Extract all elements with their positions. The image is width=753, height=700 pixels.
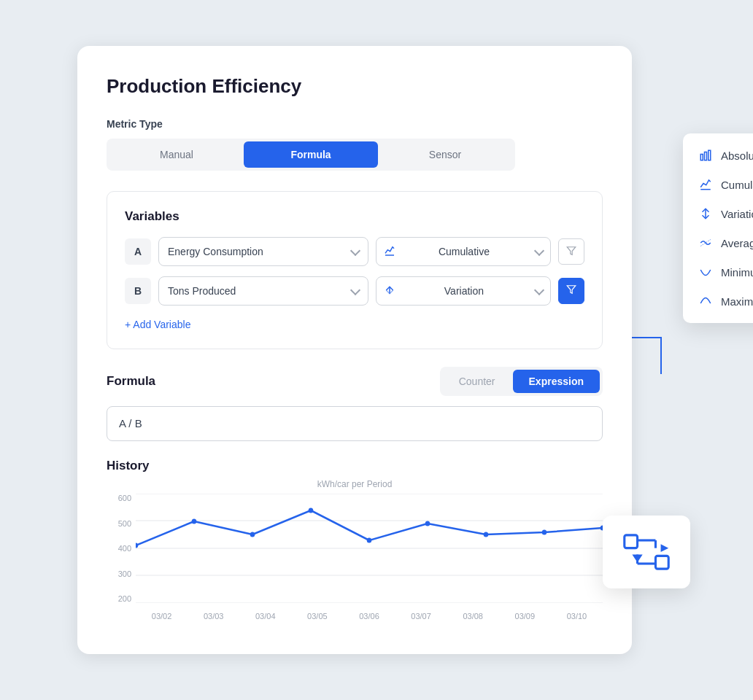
formula-toggle: Counter Expression [440,367,603,396]
maximum-icon [698,295,714,308]
variable-type-select-a[interactable]: Cumulative [376,237,551,266]
page-title: Production Efficiency [107,75,603,98]
svg-point-13 [367,538,372,543]
line-chart-svg [136,494,603,603]
svg-marker-31 [661,544,669,552]
metric-sensor-btn[interactable]: Sensor [378,141,512,168]
x-label-0303: 03/03 [188,612,239,621]
chart-area [136,494,603,603]
formula-title: Formula [107,374,155,389]
filter-btn-b[interactable] [558,278,584,304]
metric-manual-btn[interactable]: Manual [109,141,244,168]
flow-icon-card [603,516,690,588]
y-label-300: 300 [118,569,131,578]
filter-icon-a [566,246,576,258]
variation-icon [384,284,395,298]
filter-icon-b [566,284,576,298]
variable-row-b: B Tons Produced Variation [125,276,584,306]
svg-rect-25 [655,556,668,569]
formula-counter-btn[interactable]: Counter [443,370,511,393]
average-icon [698,236,714,249]
history-section: History kWh/car per Period 600 500 400 3… [107,459,603,625]
main-card: Production Efficiency Metric Type Manual… [77,46,632,654]
chevron-down-icon [534,246,544,256]
dropdown-absolute-label: Absolute [721,149,753,162]
history-title: History [107,459,603,473]
x-label-0309: 03/09 [499,612,551,621]
x-label-0305: 03/05 [291,612,343,621]
svg-point-12 [309,508,314,513]
dropdown-card: Absolute Cumulative Variation [683,133,753,323]
y-label-200: 200 [118,594,131,603]
chart-label-top: kWh/car per Period [317,479,393,489]
dropdown-absolute[interactable]: Absolute [683,141,753,170]
dropdown-minimum[interactable]: Minimum [683,257,753,287]
svg-marker-28 [632,555,642,563]
x-label-0304: 03/04 [239,612,291,621]
variable-type-select-b[interactable]: Variation [376,276,551,306]
y-label-600: 600 [118,494,131,502]
variable-name-select-a[interactable]: Energy Consumption [158,237,368,266]
dropdown-maximum[interactable]: Maximum [683,287,753,316]
svg-rect-24 [625,535,638,548]
x-label-0307: 03/07 [395,612,447,621]
cumulative-icon [698,178,714,191]
svg-rect-18 [700,155,703,160]
svg-marker-3 [567,286,576,294]
variables-title: Variables [125,209,584,224]
variable-badge-b: B [125,278,151,304]
dropdown-minimum-label: Minimum [721,266,753,279]
chevron-down-icon [350,285,360,295]
y-label-400: 400 [118,544,131,553]
dropdown-maximum-label: Maximum [721,295,753,308]
variable-badge-a: A [125,238,151,265]
svg-point-16 [542,530,547,535]
cumulative-icon [384,245,395,259]
svg-rect-19 [705,152,707,160]
outer-wrapper: Production Efficiency Metric Type Manual… [77,46,676,654]
svg-marker-1 [567,246,576,254]
minimum-icon [698,265,714,279]
filter-btn-a[interactable] [558,238,584,265]
chart-container: kWh/car per Period 600 500 400 300 200 [107,479,603,625]
svg-rect-20 [708,150,711,160]
formula-section: Formula Counter Expression A / B [107,367,603,441]
svg-point-11 [250,532,255,537]
svg-point-10 [192,519,197,524]
variation-icon [698,207,714,220]
variable-name-select-b[interactable]: Tons Produced [158,276,368,306]
x-label-0308: 03/08 [447,612,499,621]
x-label-0306: 03/06 [343,612,395,621]
dropdown-cumulative[interactable]: Cumulative [683,170,753,199]
x-label-0310: 03/10 [551,612,603,621]
chart-y-axis: 600 500 400 300 200 [107,494,136,603]
svg-point-14 [425,521,430,526]
formula-expression-btn[interactable]: Expression [513,370,600,393]
svg-point-15 [484,532,489,537]
variables-box: Variables A Energy Consumption Cumulativ… [107,191,603,349]
variable-row-a: A Energy Consumption Cumulative [125,237,584,266]
metric-formula-btn[interactable]: Formula [244,141,378,168]
dropdown-variation[interactable]: Variation [683,199,753,228]
x-label-0302: 03/02 [136,612,188,621]
formula-header: Formula Counter Expression [107,367,603,396]
metric-type-label: Metric Type [107,118,603,130]
dropdown-cumulative-label: Cumulative [721,179,753,191]
chevron-down-icon [534,285,544,295]
dropdown-average[interactable]: Average [683,228,753,257]
chart-x-axis: 03/02 03/03 03/04 03/05 03/06 03/07 03/0… [136,607,603,625]
chevron-down-icon [350,246,360,256]
formula-input[interactable]: A / B [107,406,603,441]
add-variable-btn[interactable]: + Add Variable [125,319,190,330]
y-label-500: 500 [118,519,131,528]
dropdown-average-label: Average [721,237,753,249]
bar-chart-icon [698,149,714,162]
flow-diagram-icon [623,529,670,575]
dropdown-variation-label: Variation [721,208,753,220]
metric-type-toggle: Manual Formula Sensor [107,139,515,171]
